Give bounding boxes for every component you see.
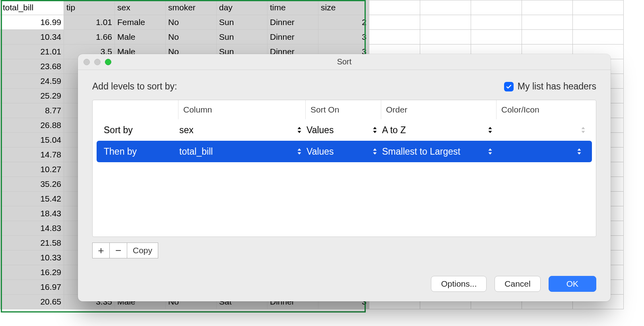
level-order-select[interactable]: A to Z	[382, 125, 497, 136]
cell[interactable]: 24.59	[0, 74, 64, 89]
level-column-select[interactable]: sex	[179, 125, 306, 136]
column-header[interactable]: total_bill	[0, 0, 64, 15]
column-header[interactable]: size	[318, 0, 369, 15]
cell[interactable]: 10.27	[0, 162, 64, 177]
cell[interactable]: 15.04	[0, 133, 64, 147]
cell[interactable]: Sun	[217, 30, 268, 45]
cell[interactable]: Dinner	[268, 30, 318, 45]
level-sorton-select[interactable]: Values	[306, 125, 382, 136]
cell[interactable]: 35.26	[0, 177, 64, 192]
window-close-button[interactable]	[83, 59, 90, 65]
column-header[interactable]: sex	[115, 0, 166, 15]
level-color-select[interactable]	[497, 126, 590, 134]
header-order: Order	[381, 100, 496, 119]
cell[interactable]: 1.01	[64, 15, 115, 30]
add-level-button[interactable]: +	[92, 243, 110, 258]
window-zoom-button[interactable]	[105, 59, 111, 65]
column-header[interactable]: time	[268, 0, 318, 15]
level-label: Sort by	[104, 125, 179, 136]
header-blank	[93, 100, 178, 119]
level-label: Then by	[104, 146, 179, 157]
cell[interactable]: 16.99	[0, 15, 64, 30]
cell[interactable]: 8.77	[0, 103, 64, 118]
cancel-button[interactable]: Cancel	[495, 276, 540, 292]
cell[interactable]: 18.43	[0, 206, 64, 221]
cell[interactable]: Male	[115, 30, 166, 45]
sort-levels-header: Column Sort On Order Color/Icon	[93, 100, 596, 119]
cell[interactable]: 16.97	[0, 280, 64, 295]
cell[interactable]: 14.83	[0, 221, 64, 236]
instruction-label: Add levels to sort by:	[92, 81, 177, 92]
cell[interactable]: 25.29	[0, 89, 64, 103]
copy-level-button[interactable]: Copy	[127, 243, 158, 258]
level-sorton-select[interactable]: Values	[306, 146, 382, 157]
cell[interactable]: 2	[318, 15, 369, 30]
cell[interactable]	[369, 30, 420, 45]
header-sort-on: Sort On	[305, 100, 381, 119]
cell[interactable]: 10.33	[0, 250, 64, 265]
cell[interactable]: No	[166, 30, 217, 45]
cell[interactable]: 23.68	[0, 59, 64, 74]
header-color: Color/Icon	[496, 100, 596, 119]
cell[interactable]: Dinner	[268, 15, 318, 30]
dialog-title: Sort	[337, 57, 352, 66]
column-header[interactable]: smoker	[166, 0, 217, 15]
checkbox-checked-icon	[504, 82, 514, 91]
cell[interactable]	[471, 0, 522, 15]
cell[interactable]: 21.58	[0, 236, 64, 250]
dialog-titlebar: Sort	[78, 54, 611, 70]
cell[interactable]: 1.66	[64, 30, 115, 45]
options-button[interactable]: Options...	[431, 276, 487, 292]
remove-level-button[interactable]: −	[110, 243, 127, 258]
cell[interactable]: Sun	[217, 15, 268, 30]
cell[interactable]	[522, 15, 573, 30]
cell[interactable]: No	[166, 15, 217, 30]
cell[interactable]: 16.29	[0, 265, 64, 280]
has-headers-label: My list has headers	[518, 81, 596, 92]
cell[interactable]: 15.42	[0, 192, 64, 206]
cell[interactable]: Female	[115, 15, 166, 30]
cell[interactable]	[471, 30, 522, 45]
cell[interactable]: 26.88	[0, 118, 64, 133]
cell[interactable]	[471, 15, 522, 30]
header-column: Column	[178, 100, 305, 119]
ok-button[interactable]: OK	[549, 276, 596, 292]
sort-level-row[interactable]: Then bytotal_billValuesSmallest to Large…	[97, 141, 592, 162]
window-minimize-button[interactable]	[94, 59, 101, 65]
cell[interactable]: 3	[318, 30, 369, 45]
level-column-select[interactable]: total_bill	[179, 146, 306, 157]
window-controls	[83, 59, 111, 65]
level-order-select[interactable]: Smallest to Largest	[382, 146, 497, 157]
cell[interactable]	[420, 15, 471, 30]
has-headers-checkbox[interactable]: My list has headers	[504, 81, 596, 92]
cell[interactable]	[420, 30, 471, 45]
cell[interactable]	[522, 0, 573, 15]
cell[interactable]: 20.65	[0, 295, 64, 309]
column-header[interactable]: day	[217, 0, 268, 15]
cell[interactable]	[369, 15, 420, 30]
sort-dialog: Sort Add levels to sort by: My list has …	[78, 54, 611, 301]
level-color-select[interactable]	[497, 147, 586, 155]
cell[interactable]	[522, 30, 573, 45]
sort-level-row[interactable]: Sort bysexValuesA to Z	[93, 119, 596, 141]
cell[interactable]: 14.78	[0, 147, 64, 162]
cell[interactable]	[573, 0, 624, 15]
cell[interactable]	[369, 0, 420, 15]
sort-levels-table: Column Sort On Order Color/Icon Sort bys…	[92, 100, 596, 237]
column-header[interactable]: tip	[64, 0, 115, 15]
cell[interactable]: 21.01	[0, 45, 64, 59]
cell[interactable]	[420, 0, 471, 15]
cell[interactable]: 10.34	[0, 30, 64, 45]
cell[interactable]	[573, 30, 624, 45]
cell[interactable]	[573, 15, 624, 30]
